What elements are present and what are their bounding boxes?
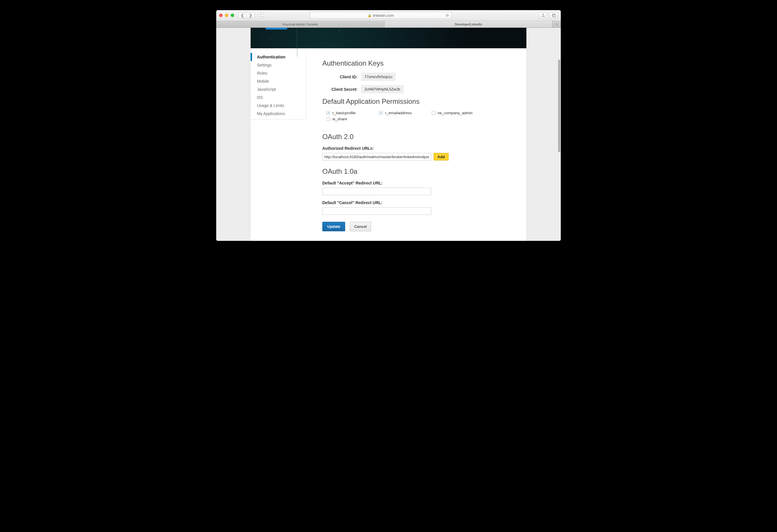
cancel-button[interactable]: Cancel [350, 222, 371, 231]
reload-button[interactable]: ⟳ [446, 13, 449, 18]
perm-r-basicprofile-checkbox[interactable] [326, 111, 330, 115]
redirect-urls-label: Authorized Redirect URLs: [322, 146, 518, 150]
zoom-window-button[interactable] [231, 14, 234, 17]
address-bar[interactable]: 🔒 linkedin.com ⟳ [310, 12, 451, 19]
tab-label: Keycloak Admin Console [283, 22, 318, 26]
client-id-label: Client ID: [322, 75, 361, 79]
client-id-value: 77omcv5r0oip1u [361, 73, 396, 81]
page-viewport: + + Authentication Settings Roles Mobile… [216, 28, 561, 241]
perm-label: r_emailaddress [385, 111, 412, 115]
hero-banner: + + [251, 28, 526, 48]
perm-w-share[interactable]: w_share [326, 117, 379, 121]
sidebar-icon [260, 14, 264, 17]
sidebar-item-label: OS [257, 95, 263, 100]
svg-rect-0 [260, 14, 264, 17]
address-bar-host: linkedin.com [373, 13, 394, 18]
sidebar-nav: Authentication Settings Roles Mobile Jav… [251, 48, 306, 237]
perm-label: r_basicprofile [332, 111, 355, 115]
scrollbar-thumb[interactable] [558, 60, 560, 152]
permissions-grid: r_basicprofile r_emailaddress rw_company… [326, 111, 518, 123]
share-icon [541, 13, 545, 17]
perm-r-emailaddress[interactable]: r_emailaddress [379, 111, 432, 115]
sidebar-toggle-button[interactable] [258, 12, 266, 18]
redirect-url-input[interactable] [322, 153, 431, 161]
accept-redirect-label: Default "Accept" Redirect URL: [322, 181, 518, 185]
add-redirect-url-button[interactable]: Add [434, 153, 449, 161]
lock-icon: 🔒 [368, 14, 372, 17]
titlebar: ❮ ❯ 🔒 linkedin.com ⟳ [216, 10, 561, 21]
perm-w-share-checkbox[interactable] [326, 117, 330, 121]
sidebar-item-label: Usage & Limits [257, 103, 284, 108]
minimize-window-button[interactable] [225, 14, 228, 17]
perm-r-emailaddress-checkbox[interactable] [379, 111, 383, 115]
sidebar-item-os[interactable]: OS [251, 93, 306, 102]
sidebar-item-label: My Applications [257, 111, 285, 116]
hero-plus-icon: + [338, 28, 340, 33]
sidebar-item-javascript[interactable]: JavaScript [251, 85, 306, 93]
forward-button[interactable]: ❯ [246, 12, 255, 18]
sidebar-item-usage-limits[interactable]: Usage & Limits [251, 102, 306, 110]
new-tab-button[interactable]: ＋ [553, 21, 561, 27]
page: + + Authentication Settings Roles Mobile… [251, 28, 526, 241]
tabs-overview-button[interactable] [550, 12, 558, 18]
perm-r-basicprofile[interactable]: r_basicprofile [326, 111, 379, 115]
tabs-icon [552, 13, 556, 17]
tab-strip: Keycloak Admin Console Developer|LinkedI… [216, 21, 561, 28]
perm-rw-company-admin-checkbox[interactable] [432, 111, 435, 115]
sidebar-item-mobile[interactable]: Mobile [251, 77, 306, 85]
sidebar-item-label: Mobile [257, 79, 269, 84]
sidebar-item-my-applications[interactable]: My Applications [251, 110, 306, 118]
close-window-button[interactable] [219, 14, 223, 17]
tab-linkedin-developer[interactable]: Developer|LinkedIn [384, 21, 553, 27]
perm-label: w_share [332, 117, 347, 121]
nav-buttons: ❮ ❯ [238, 12, 255, 18]
tab-keycloak[interactable]: Keycloak Admin Console [216, 21, 384, 27]
section-title-permissions: Default Application Permissions [322, 97, 518, 106]
back-button[interactable]: ❮ [238, 12, 246, 18]
section-title-oauth2: OAuth 2.0 [322, 133, 518, 141]
sidebar-item-roles[interactable]: Roles [251, 69, 306, 77]
sidebar-item-label: Roles [257, 71, 267, 76]
sidebar-item-settings[interactable]: Settings [251, 61, 306, 69]
sidebar-item-authentication[interactable]: Authentication [251, 53, 306, 61]
tab-label: Developer|LinkedIn [455, 22, 482, 26]
main-content: Authentication Keys Client ID: 77omcv5r0… [306, 48, 526, 237]
sidebar-item-label: JavaScript [257, 87, 276, 92]
accept-redirect-input[interactable] [322, 188, 431, 195]
update-button[interactable]: Update [322, 222, 345, 231]
perm-rw-company-admin[interactable]: rw_company_admin [432, 111, 484, 115]
hero-accent [266, 28, 287, 29]
cancel-redirect-input[interactable] [322, 207, 431, 215]
perm-label: rw_company_admin [438, 111, 473, 115]
svg-rect-3 [553, 15, 555, 17]
sidebar-item-label: Authentication [257, 55, 285, 59]
client-secret-value: Zvf487WHpNL5ZwJb [361, 85, 404, 93]
section-title-oauth1: OAuth 1.0a [322, 168, 518, 176]
hero-plus-icon: + [269, 36, 271, 40]
client-secret-label: Client Secret: [322, 87, 361, 92]
window-controls [219, 14, 234, 17]
share-button[interactable] [539, 12, 547, 18]
sidebar-item-label: Settings [257, 63, 272, 67]
safari-window: ❮ ❯ 🔒 linkedin.com ⟳ [216, 10, 561, 241]
cancel-redirect-label: Default "Cancel" Redirect URL: [322, 200, 518, 205]
section-title-auth-keys: Authentication Keys [322, 59, 518, 67]
